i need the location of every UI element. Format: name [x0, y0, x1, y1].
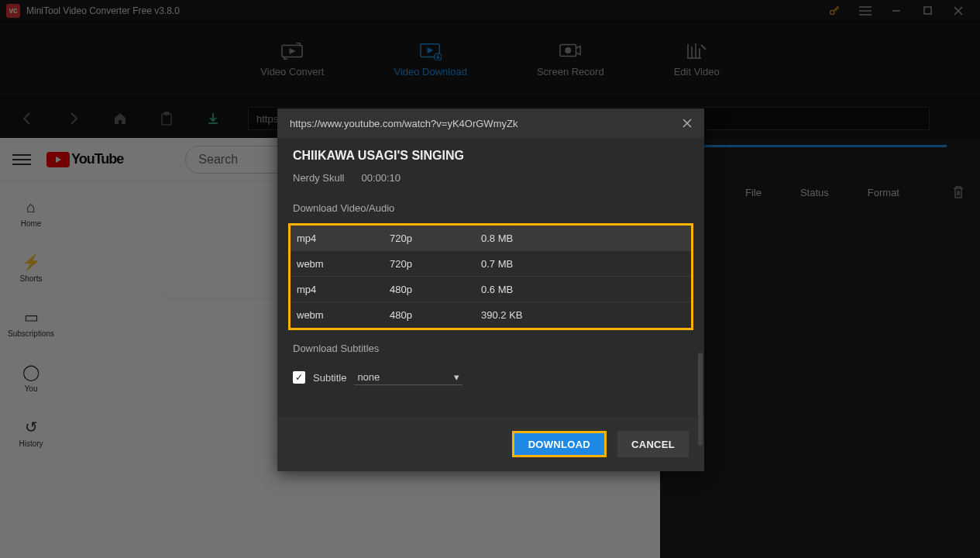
cell-format: mp4: [297, 232, 390, 244]
format-row[interactable]: mp4 480p 0.6 MB: [291, 277, 691, 302]
dialog-url: https://www.youtube.com/watch?v=yK4OrGWm…: [290, 118, 518, 129]
download-dialog: https://www.youtube.com/watch?v=yK4OrGWm…: [277, 108, 704, 471]
subtitle-label: Subtitle: [313, 372, 346, 384]
cancel-button[interactable]: CANCEL: [617, 431, 689, 457]
cell-size: 0.7 MB: [481, 258, 685, 270]
cell-resolution: 720p: [390, 232, 481, 244]
format-row[interactable]: webm 720p 0.7 MB: [291, 251, 691, 277]
subtitle-checkbox[interactable]: ✓: [293, 371, 305, 384]
video-title: CHIIKAWA USAGI'S SINGING: [293, 149, 689, 163]
dialog-footer: DOWNLOAD CANCEL: [277, 417, 704, 471]
video-meta: CHIIKAWA USAGI'S SINGING Nerdy Skull 00:…: [277, 138, 704, 198]
section-download-label: Download Video/Audio: [277, 198, 704, 219]
subtitle-value: none: [357, 371, 380, 383]
cell-size: 390.2 KB: [481, 309, 685, 321]
cell-format: mp4: [297, 284, 390, 295]
subtitle-row: ✓ Subtitle none ▾: [277, 359, 704, 396]
chevron-down-icon: ▾: [454, 371, 459, 383]
video-duration: 00:00:10: [361, 172, 401, 184]
cell-size: 0.8 MB: [481, 232, 685, 244]
format-row[interactable]: webm 480p 390.2 KB: [291, 302, 691, 328]
format-table: mp4 720p 0.8 MB webm 720p 0.7 MB mp4 480…: [288, 223, 693, 330]
cell-resolution: 480p: [390, 284, 481, 295]
cell-size: 0.6 MB: [481, 284, 685, 295]
cell-format: webm: [297, 309, 390, 321]
download-button[interactable]: DOWNLOAD: [512, 431, 607, 457]
cell-format: webm: [297, 258, 390, 270]
format-row[interactable]: mp4 720p 0.8 MB: [291, 226, 691, 251]
cell-resolution: 480p: [390, 309, 481, 321]
video-author: Nerdy Skull: [293, 172, 344, 184]
section-subs-label: Download Subtitles: [277, 338, 704, 359]
dialog-scrollbar[interactable]: [698, 353, 703, 446]
dialog-header: https://www.youtube.com/watch?v=yK4OrGWm…: [277, 108, 704, 138]
cell-resolution: 720p: [390, 258, 481, 270]
subtitle-select[interactable]: none ▾: [354, 370, 462, 385]
dialog-close-button[interactable]: [683, 119, 692, 128]
